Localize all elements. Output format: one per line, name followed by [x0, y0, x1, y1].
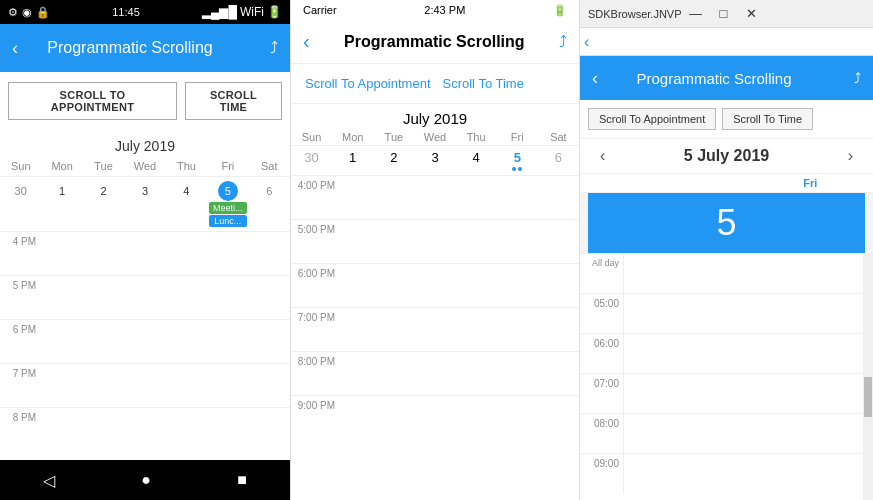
win-header-title: Programmatic Scrolling — [598, 70, 830, 87]
ios-day-3[interactable]: 3 — [414, 150, 455, 171]
win-address-bar: ‹ — [580, 28, 873, 56]
win-selected-day-num: 5 — [716, 205, 736, 241]
android-calendar-area: July 2019 Sun Mon Tue Wed Thu Fri Sat 30… — [0, 130, 290, 460]
ios-scroll-to-time-button[interactable]: Scroll To Time — [437, 72, 530, 95]
android-wh-sat: Sat — [249, 158, 290, 174]
ios-back-icon[interactable]: ‹ — [303, 30, 310, 53]
android-ext-icon[interactable]: ⤴ — [270, 39, 278, 57]
win-week-strip: Fri — [580, 174, 873, 193]
android-scroll-to-time-button[interactable]: SCROLL TIME — [185, 82, 282, 120]
android-time-6pm: 6 PM — [0, 320, 40, 335]
android-back-nav-icon[interactable]: ◁ — [43, 471, 55, 490]
ios-ext-icon[interactable]: ⤴ — [559, 33, 567, 51]
ios-time-row-900pm: 9:00 PM — [291, 395, 579, 439]
android-button-row: SCROLL TO APPOINTMENT SCROLL TIME — [0, 72, 290, 130]
win-time-row-700: 07:00 — [580, 373, 873, 413]
win-week-day-blank3 — [664, 174, 706, 192]
ios-wh-mon: Mon — [332, 131, 373, 143]
ios-day-1[interactable]: 1 — [332, 150, 373, 171]
win-browser-back-icon[interactable]: ‹ — [584, 33, 589, 51]
win-window-controls: — □ ✕ — [682, 0, 766, 28]
win-time-700: 07:00 — [580, 374, 624, 413]
ios-scroll-to-appointment-button[interactable]: Scroll To Appointment — [299, 72, 437, 95]
android-time-5pm: 5 PM — [0, 276, 40, 291]
win-week-day-blank6 — [831, 174, 873, 192]
signal-icon: ▂▄▆█ — [202, 5, 237, 19]
ios-time-800pm: 8:00 PM — [291, 352, 341, 395]
android-back-icon[interactable]: ‹ — [12, 38, 18, 59]
win-cal-next-button[interactable]: › — [840, 145, 861, 167]
android-week-row: 30 1 2 3 4 5 Meeti... Lunc... 6 — [0, 176, 290, 231]
ios-week-header: Sun Mon Tue Wed Thu Fri Sat — [291, 129, 579, 145]
ios-week-row: 30 1 2 3 4 5 6 — [291, 145, 579, 175]
android-time-4pm: 4 PM — [0, 232, 40, 247]
win-time-900: 09:00 — [580, 454, 624, 493]
ios-time-row-500pm: 5:00 PM — [291, 219, 579, 263]
win-title-bar: SDKBrowser.JNVP — □ ✕ — [580, 0, 873, 28]
android-day-5-today[interactable]: 5 Meeti... Lunc... — [207, 177, 248, 231]
ios-day-5-today[interactable]: 5 — [497, 150, 538, 171]
win-maximize-button[interactable]: □ — [710, 0, 738, 28]
ios-day-30[interactable]: 30 — [291, 150, 332, 171]
win-cal-prev-button[interactable]: ‹ — [592, 145, 613, 167]
win-header-ext-icon[interactable]: ⤴ — [854, 70, 861, 86]
android-status-bar: ⚙ ◉ 🔒 11:45 ▂▄▆█ WiFi 🔋 — [0, 0, 290, 24]
android-wh-fri: Fri — [207, 158, 248, 174]
ios-wh-tue: Tue — [373, 131, 414, 143]
android-time-area: 4 PM 5 PM 6 PM 7 PM 8 PM — [0, 231, 290, 451]
ios-time-row-600pm: 6:00 PM — [291, 263, 579, 307]
android-time-row-5pm: 5 PM — [0, 275, 290, 319]
win-scroll-to-time-button[interactable]: Scroll To Time — [722, 108, 813, 130]
win-week-day-blank4 — [706, 174, 748, 192]
win-month-title: 5 July 2019 — [613, 147, 839, 165]
android-day-2[interactable]: 2 — [83, 177, 124, 231]
win-week-day-blank5 — [747, 174, 789, 192]
android-app-header: ‹ Programmatic Scrolling ⤴ — [0, 24, 290, 72]
android-home-nav-icon[interactable]: ● — [141, 471, 151, 489]
win-week-day-blank2 — [622, 174, 664, 192]
battery-icon: 🔋 — [267, 5, 282, 19]
ios-wh-wed: Wed — [414, 131, 455, 143]
android-week-header: Sun Mon Tue Wed Thu Fri Sat — [0, 158, 290, 176]
ios-day-6[interactable]: 6 — [538, 150, 579, 171]
ios-battery: 🔋 — [553, 4, 567, 17]
android-nav-bar: ◁ ● ■ — [0, 460, 290, 500]
win-time-row-900: 09:00 — [580, 453, 873, 493]
android-time-row-8pm: 8 PM — [0, 407, 290, 451]
android-time-row-6pm: 6 PM — [0, 319, 290, 363]
ios-time-row-400pm: 4:00 PM — [291, 175, 579, 219]
android-day-30[interactable]: 30 — [0, 177, 41, 231]
android-month-title: July 2019 — [0, 130, 290, 158]
android-header-title: Programmatic Scrolling — [34, 39, 226, 57]
android-day-1[interactable]: 1 — [41, 177, 82, 231]
win-scroll-to-appointment-button[interactable]: Scroll To Appointment — [588, 108, 716, 130]
ios-time-area: 4:00 PM 5:00 PM 6:00 PM 7:00 PM 8:00 PM … — [291, 175, 579, 439]
win-minimize-button[interactable]: — — [682, 0, 710, 28]
android-day-3[interactable]: 3 — [124, 177, 165, 231]
ios-time-row-700pm: 7:00 PM — [291, 307, 579, 351]
win-close-button[interactable]: ✕ — [738, 0, 766, 28]
win-time-row-800: 08:00 — [580, 413, 873, 453]
android-day-4[interactable]: 4 — [166, 177, 207, 231]
ios-time-400pm: 4:00 PM — [291, 176, 341, 219]
win-scrollbar-thumb[interactable] — [864, 377, 872, 417]
android-time: 11:45 — [112, 6, 140, 18]
android-recent-nav-icon[interactable]: ■ — [237, 471, 247, 489]
win-selected-day-area[interactable]: 5 — [588, 193, 865, 253]
win-scrollbar[interactable] — [863, 253, 873, 500]
android-day-6[interactable]: 6 — [249, 177, 290, 231]
ios-day-2[interactable]: 2 — [373, 150, 414, 171]
android-icons-left: ⚙ ◉ 🔒 — [8, 6, 50, 19]
win-time-allday: All day — [580, 254, 624, 293]
ios-day-4[interactable]: 4 — [456, 150, 497, 171]
win-time-600: 06:00 — [580, 334, 624, 373]
win-time-500: 05:00 — [580, 294, 624, 333]
win-sdk-text: SDKBrowser.JNVP — [588, 8, 682, 20]
ios-panel: Carrier 2:43 PM 🔋 ‹ Programmatic Scrolli… — [290, 0, 580, 500]
ios-wh-thu: Thu — [456, 131, 497, 143]
ios-event-dots — [497, 167, 538, 171]
android-scroll-to-appointment-button[interactable]: SCROLL TO APPOINTMENT — [8, 82, 177, 120]
circle-icon: ◉ — [22, 6, 32, 19]
ios-time-900pm: 9:00 PM — [291, 396, 341, 439]
android-time-7pm: 7 PM — [0, 364, 40, 379]
